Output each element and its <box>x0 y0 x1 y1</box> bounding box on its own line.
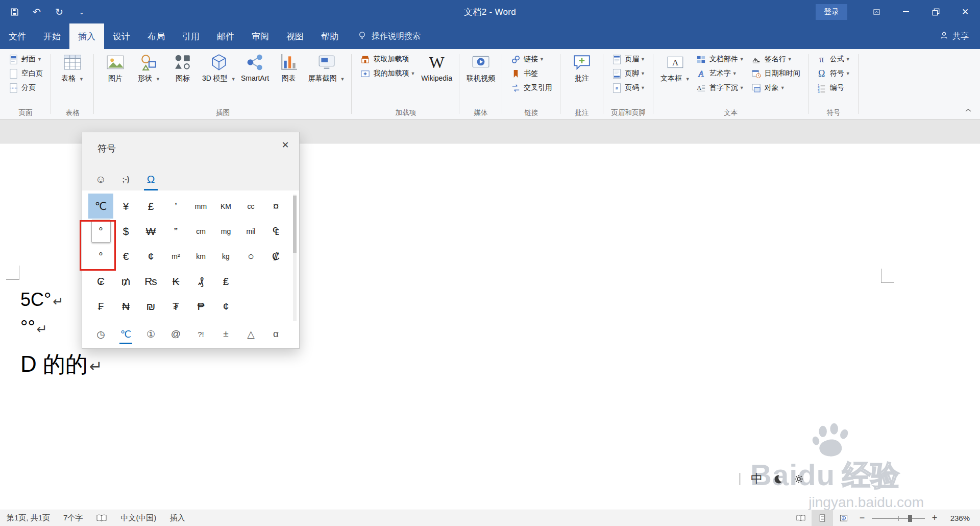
page-indicator[interactable]: 第1页, 共1页 <box>0 510 57 526</box>
equation-button[interactable]: π公式 ▼ <box>813 52 854 66</box>
gear-icon[interactable] <box>793 473 804 485</box>
text-box-button[interactable]: A文本框 ▼ <box>658 50 693 83</box>
redo-button[interactable]: ↻ <box>53 6 65 18</box>
pictures-button[interactable]: 图片 <box>99 50 132 82</box>
smartart-button[interactable]: SmartArt <box>238 50 272 82</box>
moon-icon[interactable] <box>772 473 783 485</box>
symbol-cell[interactable]: € <box>113 244 138 269</box>
zoom-in-button[interactable]: + <box>927 510 942 526</box>
symbol-cell[interactable]: ₱ <box>188 294 213 319</box>
wikipedia-button[interactable]: WWikipedia <box>419 50 455 82</box>
tab-design[interactable]: 设计 <box>104 23 139 49</box>
tab-home[interactable]: 开始 <box>35 23 69 49</box>
symbol-cell[interactable]: ’ <box>163 194 188 219</box>
shapes-button[interactable]: 形状 ▼ <box>132 50 166 83</box>
symbol-cell[interactable]: ○ <box>238 244 263 269</box>
symbol-cell[interactable]: ¢ <box>213 294 238 319</box>
icons-button[interactable]: 图标 <box>166 50 200 82</box>
zoom-out-button[interactable]: − <box>854 510 870 526</box>
tab-help[interactable]: 帮助 <box>312 23 347 49</box>
symbol-cell[interactable]: ₰ <box>188 269 213 294</box>
symbol-cell[interactable]: ° <box>88 244 113 269</box>
save-button[interactable] <box>8 6 20 18</box>
quick-parts-button[interactable]: 文档部件 ▼ <box>693 52 748 66</box>
tab-mailings[interactable]: 邮件 <box>208 23 243 49</box>
symbol-category-units-currency[interactable]: ℃ <box>113 323 138 345</box>
symbol-cell[interactable]: £ <box>138 194 163 219</box>
symbol-cell[interactable]: cm <box>188 219 213 244</box>
language-indicator[interactable]: 中文(中国) <box>114 510 163 526</box>
symbol-cell[interactable]: ¥ <box>113 194 138 219</box>
symbol-cell[interactable]: ₨ <box>138 269 163 294</box>
collapse-ribbon-button[interactable] <box>965 106 972 115</box>
online-video-button[interactable]: 联机视频 <box>464 50 498 82</box>
chart-button[interactable]: 图表 <box>272 50 306 82</box>
symbol-panel-tab-symbols[interactable]: Ω <box>138 168 163 190</box>
symbol-cell[interactable]: ₭ <box>163 269 188 294</box>
symbol-cell[interactable]: ₣ <box>88 294 113 319</box>
3d-models-button[interactable]: 3D 模型 ▼ <box>200 50 238 83</box>
tab-review[interactable]: 审阅 <box>243 23 278 49</box>
symbol-cell[interactable]: ℃ <box>88 194 113 219</box>
comment-button[interactable]: 批注 <box>565 50 599 82</box>
insert-mode-indicator[interactable]: 插入 <box>163 510 191 526</box>
tab-file[interactable]: 文件 <box>0 23 35 49</box>
symbol-category-geometric-shapes[interactable]: △ <box>238 323 263 345</box>
table-button[interactable]: 表格 ▼ <box>56 50 89 83</box>
ime-drag-handle[interactable] <box>739 473 741 485</box>
ribbon-display-options-button[interactable] <box>862 0 891 23</box>
symbol-cell[interactable]: ° <box>91 220 111 243</box>
signature-line-button[interactable]: 签名行 ▼ <box>748 52 804 66</box>
tab-insert[interactable]: 插入 <box>69 23 104 49</box>
symbol-cell[interactable]: km <box>188 244 213 269</box>
cover-page-button[interactable]: 封面 ▼ <box>5 52 46 66</box>
customize-qat-button[interactable]: ⌄ <box>76 6 88 18</box>
print-layout-button[interactable] <box>812 510 833 526</box>
symbol-cell[interactable]: ¤ <box>263 194 288 219</box>
word-count[interactable]: 7个字 <box>57 510 89 526</box>
symbol-cell[interactable]: mil <box>238 219 263 244</box>
tab-layout[interactable]: 布局 <box>139 23 174 49</box>
tell-me-search[interactable]: 操作说明搜索 <box>357 23 421 49</box>
document-line-2[interactable]: °°↵ <box>20 317 47 338</box>
symbol-button[interactable]: Ω符号 ▼ <box>813 66 854 81</box>
symbol-category-greek-letters[interactable]: α <box>263 323 288 345</box>
ime-language-button[interactable]: 中 <box>751 471 763 487</box>
symbol-cell[interactable]: ¢ <box>138 244 163 269</box>
symbol-category-math[interactable]: ± <box>213 323 238 345</box>
my-add-ins-button[interactable]: 我的加载项 ▼ <box>356 66 419 81</box>
symbol-category-recent[interactable]: ◷ <box>88 323 113 345</box>
tab-view[interactable]: 视图 <box>278 23 312 49</box>
page-break-button[interactable]: 分页 <box>5 81 46 95</box>
bookmark-button[interactable]: 书签 <box>507 66 556 81</box>
symbol-cell[interactable]: cc <box>238 194 263 219</box>
symbol-category-at-symbols[interactable]: @ <box>163 323 188 345</box>
symbol-category-enclosed-numbers[interactable]: ① <box>138 323 163 345</box>
link-button[interactable]: 链接 ▼ <box>507 52 556 66</box>
scrollbar-thumb[interactable] <box>293 196 297 253</box>
proofing-status[interactable] <box>89 510 114 526</box>
get-add-ins-button[interactable]: 获取加载项 <box>356 52 419 66</box>
symbol-cell[interactable]: m² <box>163 244 188 269</box>
symbol-cell[interactable]: ₦ <box>113 294 138 319</box>
symbol-cell[interactable]: ₡ <box>263 244 288 269</box>
web-layout-button[interactable] <box>833 510 854 526</box>
symbol-panel-tab-kaomoji[interactable]: ;-) <box>113 168 138 190</box>
screenshot-button[interactable]: 屏幕截图 ▼ <box>306 50 348 83</box>
minimize-button[interactable] <box>891 0 921 23</box>
zoom-slider[interactable] <box>872 518 925 519</box>
symbol-panel-tab-emoji[interactable]: ☺ <box>88 168 113 190</box>
sign-in-button[interactable]: 登录 <box>816 4 847 20</box>
zoom-level[interactable]: 236% <box>942 514 980 522</box>
symbol-cell[interactable]: ₪ <box>138 294 163 319</box>
tab-references[interactable]: 引用 <box>174 23 208 49</box>
zoom-slider-thumb[interactable] <box>908 515 912 522</box>
symbol-cell[interactable]: $ <box>113 219 138 244</box>
object-button[interactable]: 对象 ▼ <box>748 81 804 95</box>
symbol-cell[interactable]: mm <box>188 194 213 219</box>
date-time-button[interactable]: 日期和时间 <box>748 66 804 81</box>
undo-button[interactable]: ↶ <box>31 6 43 18</box>
symbol-cell[interactable]: ₢ <box>88 269 113 294</box>
read-mode-button[interactable] <box>790 510 812 526</box>
symbol-cell[interactable]: ” <box>163 219 188 244</box>
